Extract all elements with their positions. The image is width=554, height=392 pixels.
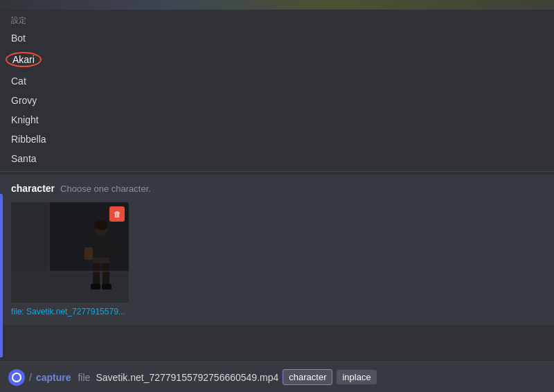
command-name: capture <box>36 372 71 383</box>
param-file-label: file <box>78 372 90 383</box>
character-tag-button[interactable]: character <box>283 369 332 385</box>
character-section: character Choose one character. <box>0 175 554 325</box>
divider <box>0 171 554 172</box>
left-edge-indicator <box>0 194 3 357</box>
svg-point-5 <box>94 220 108 230</box>
trash-icon: 🗑 <box>114 210 121 218</box>
svg-rect-12 <box>91 284 100 289</box>
settings-label: 設定 <box>0 10 554 28</box>
top-image-area <box>0 0 554 10</box>
file-link[interactable]: Savetik.net_7277915579... <box>26 307 125 317</box>
bot-icon-inner <box>12 373 21 382</box>
svg-rect-14 <box>84 247 93 260</box>
svg-rect-6 <box>93 237 109 259</box>
svg-rect-9 <box>93 258 109 263</box>
file-value: Savetik.net_72779155792756660549.mp4 <box>96 372 278 383</box>
file-label: file: Savetik.net_7277915579... <box>11 307 125 317</box>
menu-item-ribbella[interactable]: Ribbella <box>0 130 554 149</box>
character-label: character <box>11 183 55 194</box>
delete-button[interactable]: 🗑 <box>109 206 125 222</box>
akari-circle-highlight: Akari <box>6 52 42 67</box>
media-card[interactable]: 🗑 <box>11 202 129 303</box>
menu-item-grovy[interactable]: Grovy <box>0 91 554 110</box>
menu-item-cat[interactable]: Cat <box>0 71 554 91</box>
svg-rect-11 <box>102 263 109 287</box>
inplace-tag-button[interactable]: inplace <box>337 370 376 384</box>
media-card-container: 🗑 file: Savetik.net_7277915579... <box>11 202 543 317</box>
svg-rect-13 <box>102 284 111 289</box>
menu-container: Bot Akari Cat Grovy Knight Ribbella Sant… <box>0 28 554 168</box>
command-bar: / capture file Savetik.net_7277915579275… <box>0 362 554 392</box>
bot-icon <box>8 369 25 386</box>
character-header: character Choose one character. <box>11 183 543 194</box>
character-hint: Choose one character. <box>60 184 151 194</box>
svg-rect-10 <box>93 263 100 287</box>
svg-rect-8 <box>109 238 116 253</box>
menu-item-santa[interactable]: Santa <box>0 149 554 168</box>
slash-symbol: / <box>29 372 32 383</box>
menu-item-knight[interactable]: Knight <box>0 110 554 130</box>
menu-item-bot[interactable]: Bot <box>0 28 554 48</box>
menu-item-akari[interactable]: Akari <box>0 48 554 71</box>
